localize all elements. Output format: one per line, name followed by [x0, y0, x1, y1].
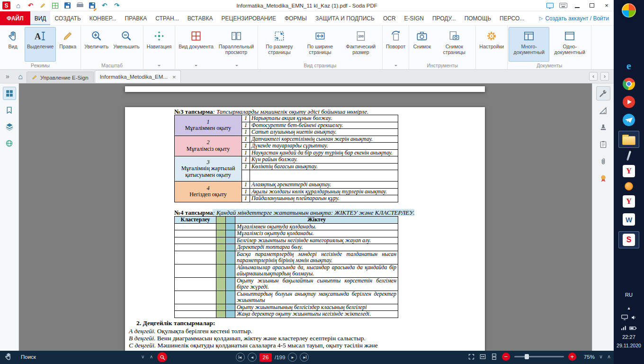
- bookmarks-panel-button[interactable]: [3, 103, 16, 117]
- menu-help[interactable]: ПОМОЩЬ: [460, 11, 495, 25]
- close-button[interactable]: ×: [602, 1, 611, 10]
- single-document-button[interactable]: Одно-документный: [549, 27, 590, 62]
- award-button[interactable]: [596, 172, 610, 186]
- tab-esign-manage[interactable]: Управление E-Sign: [27, 72, 94, 83]
- menu-create[interactable]: СОЗДАТЬ: [50, 11, 85, 25]
- attachment-button[interactable]: [596, 155, 610, 169]
- save-as-icon[interactable]: [88, 1, 96, 9]
- settings-button[interactable]: Настройки: [477, 27, 506, 62]
- edit-pencil-icon[interactable]: [39, 1, 47, 9]
- panel-expand-icon[interactable]: »: [1, 70, 14, 82]
- select-mode-button[interactable]: A Выделение: [25, 27, 56, 62]
- zoom-slider-thumb[interactable]: [525, 354, 529, 359]
- chrome-icon[interactable]: [623, 78, 635, 90]
- menu-convert[interactable]: КОНВЕР...: [85, 11, 121, 25]
- current-page-input[interactable]: 26: [259, 353, 272, 362]
- menu-products[interactable]: ПРОДУ...: [428, 11, 460, 25]
- zoom-in-button[interactable]: Увеличить: [82, 27, 111, 62]
- search-prev-icon[interactable]: ∨: [141, 354, 144, 359]
- dropdown-icon[interactable]: [235, 65, 238, 68]
- continuous-scroll-icon[interactable]: [491, 353, 498, 360]
- menu-personalize[interactable]: ПЕРСО...: [495, 11, 528, 25]
- next-page-button[interactable]: ▸: [288, 353, 297, 362]
- account-link[interactable]: ▷Создать аккаунт / Войти: [535, 11, 614, 25]
- search-button[interactable]: [157, 352, 167, 362]
- menu-insert[interactable]: ВСТАВКА: [183, 11, 217, 25]
- menu-file[interactable]: ФАЙЛ: [0, 11, 30, 25]
- parallel-view-button[interactable]: Параллельный просмотр: [216, 27, 257, 62]
- thumbnails-panel-button[interactable]: [3, 87, 16, 100]
- print-icon[interactable]: [76, 1, 84, 9]
- actual-size-button[interactable]: 100 Фактический размер: [340, 27, 381, 62]
- notes-button[interactable]: [596, 137, 610, 152]
- multi-document-button[interactable]: Много-документный: [509, 27, 549, 62]
- measure-button[interactable]: [596, 103, 610, 118]
- menu-view[interactable]: ВИД: [30, 11, 51, 25]
- menu-edit[interactable]: ПРАВКА: [120, 11, 151, 25]
- network-tray-icon[interactable]: [621, 324, 627, 332]
- media-player-icon[interactable]: [623, 96, 635, 108]
- menu-esign[interactable]: E-SIGN: [400, 11, 428, 25]
- document-viewport[interactable]: №3 тапсырма: Тапсырмаларды мәшинелік оқы…: [19, 83, 592, 351]
- maximize-button[interactable]: [587, 1, 597, 10]
- table-grid-icon[interactable]: [51, 1, 59, 9]
- yandex-browser-icon[interactable]: Y: [623, 165, 635, 177]
- prev-page-button[interactable]: ◂: [248, 353, 257, 362]
- pan-hand-icon[interactable]: [4, 352, 13, 362]
- word-icon[interactable]: W: [623, 213, 635, 226]
- page-up-icon[interactable]: ∧: [607, 354, 611, 360]
- tab-scroll-right-icon[interactable]: ›: [600, 72, 609, 81]
- fit-width-status-icon[interactable]: [479, 353, 486, 360]
- date[interactable]: 29.11.2020: [617, 343, 641, 348]
- language-indicator[interactable]: RU: [625, 292, 633, 298]
- tools-wrench-button[interactable]: [596, 86, 610, 100]
- volume-tray-icon[interactable]: [631, 314, 637, 322]
- edit-mode-button[interactable]: Правка: [56, 27, 80, 62]
- search-input[interactable]: Поиск: [21, 354, 36, 360]
- stamp-button[interactable]: [596, 120, 610, 135]
- dropdown-icon[interactable]: [195, 65, 197, 68]
- fullscreen-icon[interactable]: [468, 353, 475, 360]
- feedback-icon[interactable]: [546, 1, 554, 9]
- rotate-button[interactable]: Поворот: [384, 27, 408, 62]
- file-explorer-icon[interactable]: [618, 131, 639, 148]
- menu-review[interactable]: РЕЦЕНЗИРОВАНИЕ: [217, 11, 280, 25]
- zoom-out-status-button[interactable]: −: [502, 353, 510, 361]
- tab-scroll-left-icon[interactable]: ‹: [589, 72, 598, 81]
- zoom-slider[interactable]: [514, 356, 564, 357]
- undo-icon[interactable]: ↶: [100, 1, 108, 9]
- badge-icon[interactable]: [625, 182, 633, 191]
- zoom-out-button[interactable]: Уменьшить: [111, 27, 142, 62]
- start-button[interactable]: [622, 3, 636, 18]
- first-page-button[interactable]: ◂: [236, 353, 245, 362]
- fit-width-button[interactable]: По ширине страницы: [300, 27, 340, 62]
- tray-expand-icon[interactable]: ▴: [627, 305, 630, 310]
- keyboard-icon[interactable]: [559, 1, 567, 9]
- page-down-icon[interactable]: ∨: [599, 354, 603, 360]
- clock[interactable]: 22:27: [622, 334, 635, 340]
- menu-ocr[interactable]: OCR: [379, 11, 400, 25]
- dropdown-icon[interactable]: [394, 65, 397, 68]
- battery-tray-icon[interactable]: [629, 324, 637, 332]
- soda-pdf-taskbar-icon[interactable]: S: [618, 231, 639, 248]
- zoom-in-status-button[interactable]: +: [568, 353, 576, 361]
- redo-icon[interactable]: ↷: [113, 1, 121, 9]
- internet-explorer-icon[interactable]: e: [626, 60, 631, 72]
- pen-tool-icon[interactable]: [628, 151, 630, 161]
- navigation-button[interactable]: Навигация: [144, 27, 174, 62]
- tab-current-document[interactable]: Informatika_Metodika_EM... ×: [95, 70, 181, 83]
- zoom-level-label[interactable]: 75%: [581, 354, 595, 360]
- page-snapshot-button[interactable]: Снимок страницы: [434, 27, 474, 62]
- search-next-icon[interactable]: ∧: [150, 354, 153, 359]
- attachments-panel-button[interactable]: [3, 136, 16, 150]
- menu-pages[interactable]: СТРАН...: [151, 11, 183, 25]
- telegram-icon[interactable]: [623, 114, 635, 126]
- tab-close-icon[interactable]: ×: [172, 73, 176, 81]
- display-tray-icon[interactable]: [621, 314, 628, 322]
- menu-forms[interactable]: ФОРМЫ: [280, 11, 311, 25]
- home-icon[interactable]: ⌂: [14, 1, 22, 9]
- yandex-icon[interactable]: Y: [623, 195, 635, 208]
- dropdown-icon[interactable]: [158, 65, 161, 68]
- save-icon[interactable]: [63, 1, 72, 9]
- view-mode-button[interactable]: Вид: [1, 27, 25, 62]
